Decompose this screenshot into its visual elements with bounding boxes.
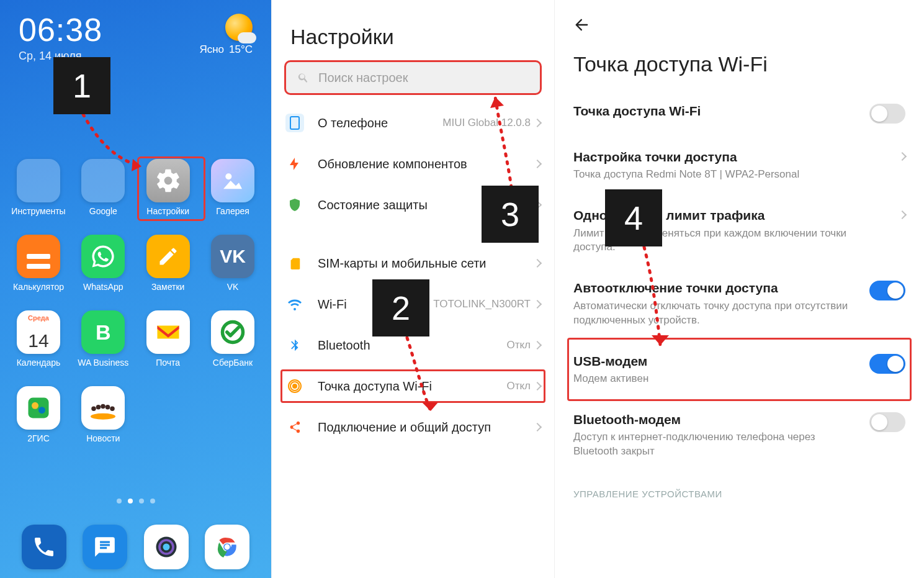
dock-phone[interactable] [22, 525, 66, 569]
section-manage-devices: УПРАВЛЕНИЕ УСТРОЙСТВАМИ [573, 489, 905, 499]
svg-point-9 [105, 405, 110, 410]
sberbank-icon [211, 310, 254, 354]
app-google-folder[interactable]: Google [73, 159, 133, 216]
svg-rect-2 [29, 398, 49, 418]
step-badge-2: 2 [372, 279, 429, 336]
weather-sun-icon [225, 14, 253, 41]
toggle-auto-off[interactable] [869, 281, 905, 300]
weather-condition: Ясно [199, 43, 224, 56]
hotspot-title: Точка доступа Wi-Fi [573, 52, 905, 76]
chevron-right-icon [533, 259, 542, 268]
phone-icon [285, 114, 304, 132]
dock-camera[interactable] [144, 525, 189, 569]
page-indicator [0, 499, 271, 503]
2gis-icon [17, 386, 60, 430]
step-badge-3: 3 [482, 186, 539, 243]
chevron-right-icon [533, 341, 542, 350]
weather-temp: 15°C [229, 43, 253, 56]
hotspot-screen: Точка доступа Wi-Fi Точка доступа Wi-Fi … [554, 0, 924, 578]
toggle-usb-modem[interactable] [869, 354, 905, 374]
calculator-icon [17, 235, 60, 278]
svg-point-10 [110, 407, 115, 412]
whatsapp-business-icon: B [81, 310, 125, 354]
folder-icon [81, 159, 125, 202]
notes-icon [146, 235, 190, 278]
whatsapp-icon [81, 235, 125, 278]
svg-point-0 [225, 173, 231, 179]
status-bar: 06:38 Ср, 14 июля Ясно 15°C [0, 0, 271, 63]
svg-point-4 [38, 407, 45, 413]
app-vk[interactable]: VK VK [203, 235, 262, 292]
app-sberbank[interactable]: СберБанк [203, 310, 262, 368]
settings-search[interactable]: Поиск настроек [284, 60, 542, 95]
sim-icon [285, 254, 304, 273]
app-grid: Инструменты Google Настройки [0, 159, 271, 443]
dock [0, 525, 271, 569]
svg-point-17 [293, 384, 297, 388]
row-hotspot-setup[interactable]: Настройка точки доступа Точка доступа Re… [573, 136, 905, 194]
settings-title: Настройки [272, 0, 554, 60]
chevron-right-icon [533, 382, 542, 391]
gallery-icon [211, 159, 254, 202]
row-usb-modem[interactable]: USB-модем Модем активен [573, 340, 905, 399]
search-placeholder: Поиск настроек [318, 71, 408, 85]
gear-icon [146, 159, 190, 202]
wifi-icon [285, 295, 304, 314]
app-news[interactable]: Новости [73, 386, 133, 443]
search-icon [297, 71, 310, 84]
clock-widget[interactable]: 06:38 Ср, 14 июля [19, 14, 102, 63]
share-icon [285, 418, 304, 436]
dock-chrome[interactable] [205, 525, 249, 569]
arrow-left-icon [573, 16, 591, 34]
update-icon [285, 155, 304, 173]
item-hotspot[interactable]: Точка доступа Wi-Fi Откл [272, 366, 554, 407]
dock-messages[interactable] [83, 525, 127, 569]
app-mail[interactable]: Почта [138, 310, 198, 368]
row-hotspot-enable[interactable]: Точка доступа Wi-Fi [573, 90, 905, 136]
back-button[interactable] [573, 0, 905, 36]
row-auto-disable[interactable]: Автоотключение точки доступа Автоматичес… [573, 267, 905, 340]
chevron-right-icon [898, 152, 907, 161]
app-whatsapp[interactable]: WhatsApp [73, 235, 133, 292]
time-text: 06:38 [19, 14, 102, 46]
app-settings[interactable]: Настройки [138, 159, 198, 216]
toggle-hotspot[interactable] [869, 104, 905, 124]
chevron-right-icon [533, 160, 542, 168]
chevron-right-icon [533, 423, 542, 431]
svg-point-16 [224, 544, 230, 550]
svg-point-3 [32, 402, 38, 409]
bluetooth-icon [285, 336, 304, 354]
vk-icon: VK [211, 235, 254, 278]
app-tools[interactable]: Инструменты [9, 159, 68, 216]
svg-point-8 [101, 404, 106, 409]
mail-icon [146, 310, 190, 354]
item-component-update[interactable]: Обновление компонентов [272, 143, 554, 184]
home-screen: 06:38 Ср, 14 июля Ясно 15°C Инструменты [0, 0, 271, 578]
row-bluetooth-modem[interactable]: Bluetooth-модем Доступ к интернет-подклю… [573, 399, 905, 471]
weather-widget[interactable]: Ясно 15°C [199, 14, 253, 56]
item-about-phone[interactable]: О телефоне MIUI Global 12.0.8 [272, 102, 554, 143]
news-icon [81, 386, 125, 430]
chevron-right-icon [533, 300, 542, 309]
shield-icon [285, 196, 304, 214]
folder-icon [17, 159, 60, 202]
app-notes[interactable]: Заметки [138, 235, 198, 292]
toggle-bt-modem[interactable] [869, 412, 905, 432]
app-gallery[interactable]: Галерея [203, 159, 262, 216]
app-calendar[interactable]: Среда 14 Календарь [9, 310, 68, 368]
app-wa-business[interactable]: B WA Business [73, 310, 133, 368]
svg-point-7 [96, 405, 101, 410]
app-calculator[interactable]: Калькулятор [9, 235, 68, 292]
step-badge-4: 4 [605, 189, 662, 246]
svg-point-13 [163, 544, 169, 551]
chevron-right-icon [533, 119, 542, 127]
item-sim-cards[interactable]: SIM-карты и мобильные сети [272, 243, 554, 284]
calendar-icon: Среда 14 [17, 310, 60, 354]
step-badge-1: 1 [53, 57, 110, 114]
settings-list: О телефоне MIUI Global 12.0.8 Обновление… [272, 102, 554, 448]
hotspot-icon [285, 377, 304, 395]
chevron-right-icon [898, 210, 907, 219]
app-2gis[interactable]: 2ГИС [9, 386, 68, 443]
item-connection-sharing[interactable]: Подключение и общий доступ [272, 407, 554, 448]
svg-point-6 [92, 407, 97, 412]
